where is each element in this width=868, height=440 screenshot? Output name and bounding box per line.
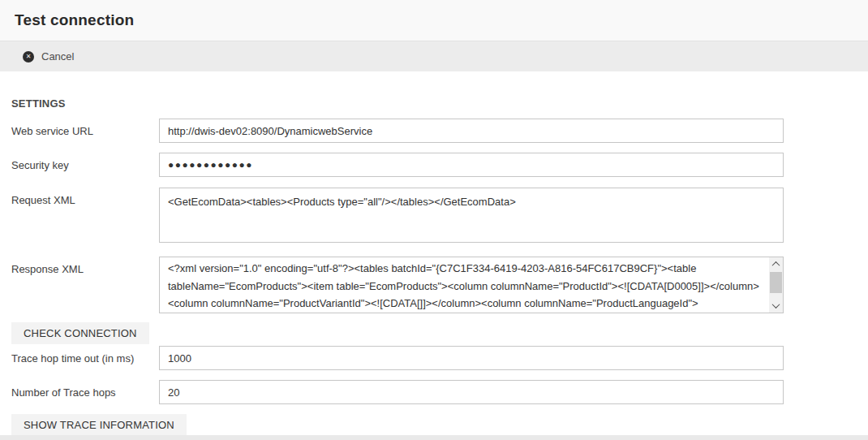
security-key-label: Security key: [11, 153, 159, 177]
settings-heading: SETTINGS: [11, 97, 868, 110]
trace-hop-timeout-label: Trace hop time out (in ms): [11, 346, 159, 370]
response-xml-content: <?xml version="1.0" encoding="utf-8"?><t…: [160, 257, 769, 313]
toolbar: ✕ Cancel: [0, 41, 868, 71]
response-scrollbar[interactable]: [769, 257, 783, 313]
cancel-button-label: Cancel: [41, 50, 74, 63]
cancel-circle-x-icon: ✕: [23, 51, 34, 63]
scrollbar-thumb[interactable]: [770, 272, 782, 293]
bottom-divider: [0, 435, 868, 440]
chevron-up-icon: [772, 261, 780, 270]
request-xml-textarea[interactable]: [159, 188, 784, 243]
security-key-row: Security key: [11, 153, 868, 177]
check-connection-button[interactable]: CHECK CONNECTION: [11, 322, 149, 344]
trace-hop-timeout-row: Trace hop time out (in ms): [11, 346, 868, 370]
request-xml-row: Request XML: [11, 188, 868, 246]
security-key-input[interactable]: [159, 153, 784, 177]
number-of-trace-hops-input[interactable]: [159, 380, 784, 404]
settings-form: SETTINGS Web service URL Security key Re…: [0, 97, 868, 436]
web-service-url-row: Web service URL: [11, 119, 868, 143]
web-service-url-label: Web service URL: [11, 119, 159, 143]
response-xml-label: Response XML: [11, 257, 159, 313]
response-xml-row: Response XML <?xml version="1.0" encodin…: [11, 257, 868, 313]
trace-hop-timeout-input[interactable]: [159, 346, 784, 370]
number-of-trace-hops-label: Number of Trace hops: [11, 380, 159, 404]
scroll-up-button[interactable]: [769, 257, 783, 271]
chevron-down-icon: [772, 300, 780, 308]
scroll-down-button[interactable]: [769, 299, 783, 313]
page-header: Test connection: [0, 0, 868, 41]
page-title: Test connection: [15, 11, 134, 29]
show-trace-information-button[interactable]: SHOW TRACE INFORMATION: [11, 414, 187, 436]
cancel-button[interactable]: ✕ Cancel: [23, 50, 74, 63]
web-service-url-input[interactable]: [159, 119, 784, 143]
request-xml-label: Request XML: [11, 188, 159, 246]
response-xml-box[interactable]: <?xml version="1.0" encoding="utf-8"?><t…: [159, 257, 784, 313]
number-of-trace-hops-row: Number of Trace hops: [11, 380, 868, 404]
